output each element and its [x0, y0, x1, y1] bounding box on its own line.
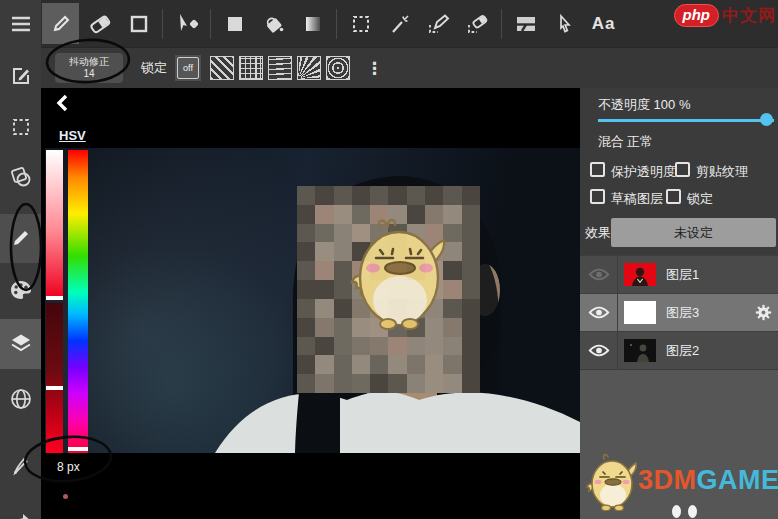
mosaic-cell	[388, 355, 406, 374]
site-logo: php 中文网	[674, 4, 777, 27]
mosaic-cell	[297, 355, 315, 374]
lock-layer-checkbox[interactable]	[666, 189, 681, 204]
eye-icon	[588, 305, 610, 320]
value-bar[interactable]	[46, 303, 63, 453]
eraser-icon	[88, 13, 112, 35]
tone-grid-button[interactable]	[239, 56, 263, 80]
toolbar-sub: 抖动修正 14 锁定 off ⋮	[41, 47, 778, 88]
text-tool-label: Aa	[592, 14, 616, 34]
mosaic-cell	[462, 299, 480, 318]
effect-label: 效果	[585, 224, 611, 242]
draft-layer-checkbox[interactable]	[590, 189, 605, 204]
sidebar-palette-button[interactable]	[0, 268, 41, 312]
text-tool-button[interactable]: Aa	[585, 3, 622, 44]
protect-alpha-checkbox[interactable]	[590, 162, 605, 177]
mosaic-cell	[297, 280, 315, 299]
more-menu-button[interactable]: ⋮	[366, 58, 383, 79]
stabilizer-button[interactable]: 抖动修正 14	[55, 53, 123, 83]
sidebar-web-button[interactable]	[0, 377, 41, 421]
mosaic-cell	[388, 337, 406, 356]
tone-off-button[interactable]: off	[175, 55, 201, 81]
sidebar-select-button[interactable]	[0, 105, 41, 149]
sidebar-pen-button[interactable]	[0, 216, 41, 260]
effect-select-button[interactable]: 未设定	[611, 218, 776, 247]
select-pen-tool-button[interactable]	[420, 3, 457, 44]
move-tool-button[interactable]	[168, 3, 205, 44]
row-divider	[617, 294, 618, 332]
layer-row-1[interactable]: 图层1	[580, 255, 778, 293]
layer-panel: 不透明度 100 % 混合 正常 保护透明度 剪贴纹理 草稿图层 锁定 效果 未…	[580, 88, 778, 519]
tone-horizontal-lines-button[interactable]	[268, 56, 292, 80]
mosaic-cell	[462, 242, 480, 261]
mosaic-cell	[297, 374, 315, 393]
value-handle[interactable]	[46, 386, 63, 390]
color-sample-dot	[63, 494, 68, 499]
opacity-slider[interactable]	[598, 119, 774, 122]
blend-mode-select[interactable]: 正常	[627, 133, 653, 151]
layer-settings-gear-icon[interactable]	[755, 304, 772, 321]
bucket-tool-button[interactable]	[255, 3, 292, 44]
layer2-thumbnail	[624, 339, 656, 362]
layer1-name: 图层1	[666, 266, 778, 284]
fill-rect-tool-button[interactable]	[216, 3, 253, 44]
shape-rect-tool-button[interactable]	[120, 3, 157, 44]
sidebar-layers-button[interactable]	[0, 321, 41, 365]
watermark-duck-mascot	[586, 453, 638, 511]
mosaic-cell	[352, 337, 370, 356]
pen-tool-button[interactable]	[42, 3, 79, 44]
hue-handle[interactable]	[68, 447, 88, 451]
sidebar-menu-button[interactable]	[0, 2, 41, 46]
mosaic-cell	[388, 186, 406, 205]
hue-bar[interactable]	[68, 150, 88, 453]
palette-icon	[9, 279, 33, 301]
watermark-foot-dot	[672, 505, 681, 518]
mosaic-cell	[297, 318, 315, 337]
layer3-name: 图层3	[666, 304, 755, 322]
brush-size-label: 8 px	[57, 460, 80, 474]
tone-concentric-circles-button[interactable]	[326, 56, 350, 80]
saturation-bar[interactable]	[46, 150, 63, 298]
watermark-foot-dot	[688, 505, 697, 518]
hsv-mode-label[interactable]: HSV	[59, 128, 86, 143]
gradient-tool-button[interactable]	[294, 3, 331, 44]
tone-radial-rays-button[interactable]	[297, 56, 321, 80]
mosaic-cell	[407, 374, 425, 393]
back-button[interactable]	[55, 94, 69, 112]
saturation-handle[interactable]	[46, 296, 63, 300]
tone-diagonal-stripes-button[interactable]	[210, 56, 234, 80]
select-eraser-tool-button[interactable]	[459, 3, 496, 44]
mosaic-cell	[297, 299, 315, 318]
eraser-tool-button[interactable]	[81, 3, 118, 44]
cursor-tool-button[interactable]	[546, 3, 583, 44]
sidebar-new-edit-button[interactable]	[0, 54, 41, 98]
magic-wand-tool-button[interactable]	[381, 3, 418, 44]
toolbar-main: Aa	[41, 0, 778, 47]
layer2-visibility-toggle[interactable]	[580, 343, 617, 358]
layer-row-3[interactable]: 图层3	[580, 293, 778, 331]
sidebar-share-button[interactable]	[0, 498, 41, 519]
mosaic-cell	[315, 318, 333, 337]
opacity-slider-handle[interactable]	[760, 113, 773, 126]
mosaic-cell	[334, 186, 352, 205]
sidebar-brush-button[interactable]	[0, 443, 41, 487]
mosaic-cell	[334, 337, 352, 356]
opacity-label: 不透明度 100 %	[598, 96, 690, 114]
sidebar-rotate-canvas-button[interactable]	[0, 155, 41, 199]
split-view-button[interactable]	[507, 3, 544, 44]
layer3-visibility-toggle[interactable]	[580, 305, 617, 320]
layer2-name: 图层2	[666, 342, 778, 360]
clipping-checkbox[interactable]	[675, 162, 690, 177]
mosaic-cell	[297, 224, 315, 243]
lock-layer-label: 锁定	[687, 190, 713, 208]
layer1-visibility-toggle[interactable]	[580, 267, 617, 282]
drawing-canvas[interactable]: HSV 8 px	[41, 88, 580, 519]
pen-icon	[9, 226, 33, 250]
pen-icon	[50, 13, 72, 35]
protect-alpha-label: 保护透明度	[611, 163, 676, 181]
toolbar-divider	[210, 9, 211, 39]
layer-row-2[interactable]: 图层2	[580, 331, 778, 369]
select-rect-tool-button[interactable]	[342, 3, 379, 44]
gradient-square-icon	[302, 13, 324, 35]
eye-icon	[588, 343, 610, 358]
magic-wand-icon	[388, 13, 412, 35]
